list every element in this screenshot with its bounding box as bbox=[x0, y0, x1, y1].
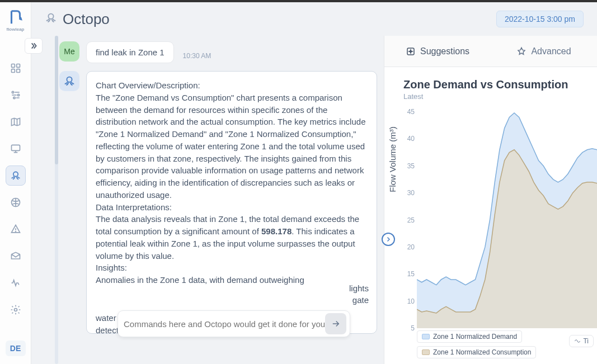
y-tick: 45 bbox=[402, 108, 415, 116]
tab-bar: Suggestions Advanced bbox=[384, 36, 597, 67]
sidebar-expand-button[interactable] bbox=[25, 38, 43, 54]
nav-octopo[interactable] bbox=[6, 166, 26, 186]
nav-alert[interactable] bbox=[6, 219, 26, 239]
tab-advanced[interactable]: Advanced bbox=[491, 36, 597, 67]
svg-point-18 bbox=[48, 13, 53, 18]
user-message: find leak in Zone 1 bbox=[86, 41, 174, 63]
nav-map[interactable] bbox=[6, 112, 26, 132]
y-tick: 35 bbox=[402, 162, 415, 170]
sidebar: flowleap DE bbox=[0, 2, 31, 364]
svg-point-4 bbox=[12, 91, 13, 93]
bot-message-row: Chart Overview/Description: The "Zone De… bbox=[59, 71, 377, 334]
legend-item[interactable]: Zone 1 Normalized Consumption bbox=[417, 346, 536, 358]
nav-pulse[interactable] bbox=[6, 273, 26, 293]
command-input-bar bbox=[117, 310, 350, 337]
y-tick: 15 bbox=[402, 270, 415, 278]
chat-pane: Me find leak in Zone 1 10:30 AM Chart Ov… bbox=[31, 36, 384, 364]
chart-title: Zone Demand vs Consumption bbox=[403, 78, 589, 91]
svg-point-8 bbox=[13, 97, 15, 98]
chart-container: Zone Demand vs Consumption Latest Flow V… bbox=[384, 67, 597, 364]
pane-expand-button[interactable] bbox=[382, 233, 395, 246]
page-header: Octopo 2022-10-15 3:00 pm bbox=[31, 2, 597, 36]
svg-point-19 bbox=[67, 77, 72, 82]
y-tick: 40 bbox=[402, 135, 415, 143]
svg-point-13 bbox=[13, 172, 17, 176]
page-title: Octopo bbox=[45, 11, 110, 28]
y-tick: 20 bbox=[402, 243, 415, 251]
bot-avatar bbox=[59, 71, 79, 91]
timestamp-badge: 2022-10-15 3:00 pm bbox=[496, 11, 584, 27]
nav-dashboard[interactable] bbox=[6, 58, 26, 78]
chart-subtitle: Latest bbox=[403, 92, 589, 101]
svg-rect-3 bbox=[16, 69, 20, 73]
svg-rect-10 bbox=[11, 145, 20, 150]
svg-rect-1 bbox=[16, 64, 20, 68]
chart-legend: Zone 1 Normalized Demand Zone 1 Normaliz… bbox=[417, 330, 540, 358]
nav-monitor[interactable] bbox=[6, 139, 26, 159]
svg-rect-0 bbox=[11, 64, 15, 68]
nav-sliders[interactable] bbox=[6, 85, 26, 105]
star-icon bbox=[516, 46, 527, 56]
text-fragment: lights bbox=[349, 282, 369, 295]
svg-point-17 bbox=[14, 309, 17, 311]
text-fragment: gate bbox=[352, 294, 369, 306]
y-tick: 30 bbox=[402, 189, 415, 197]
sparkle-icon bbox=[406, 46, 416, 56]
app-logo: flowleap bbox=[6, 8, 26, 32]
svg-point-6 bbox=[17, 94, 19, 96]
y-axis-label: Flow Volume (m³) bbox=[388, 126, 397, 192]
logo-text: flowleap bbox=[6, 27, 24, 32]
user-message-row: Me find leak in Zone 1 10:30 AM bbox=[59, 41, 377, 63]
user-avatar: Me bbox=[59, 41, 79, 62]
legend-item[interactable]: Zone 1 Normalized Demand bbox=[417, 330, 522, 343]
bot-message: Chart Overview/Description: The "Zone De… bbox=[86, 71, 377, 334]
send-button[interactable] bbox=[325, 313, 346, 334]
y-tick: 25 bbox=[402, 216, 415, 224]
y-tick: 5 bbox=[402, 324, 415, 332]
octopus-icon bbox=[45, 11, 57, 28]
svg-rect-2 bbox=[11, 69, 15, 73]
tab-suggestions[interactable]: Suggestions bbox=[384, 36, 491, 67]
right-pane: Suggestions Advanced Zone Demand vs Cons… bbox=[384, 36, 597, 364]
y-tick: 10 bbox=[402, 297, 415, 305]
nav-mail[interactable] bbox=[6, 246, 26, 266]
chart-plot[interactable]: Flow Volume (m³) 51015202530354045 bbox=[417, 112, 597, 328]
language-toggle[interactable]: DE bbox=[6, 341, 26, 356]
svg-point-16 bbox=[15, 231, 16, 232]
scroll-thumb[interactable] bbox=[55, 36, 58, 164]
nav-leaf[interactable] bbox=[6, 192, 26, 212]
message-time: 10:30 AM bbox=[183, 52, 211, 63]
nav-settings[interactable] bbox=[6, 300, 26, 320]
chart-tool-button[interactable]: Ti bbox=[569, 335, 594, 347]
wave-icon bbox=[574, 338, 581, 344]
command-input[interactable] bbox=[124, 319, 325, 329]
